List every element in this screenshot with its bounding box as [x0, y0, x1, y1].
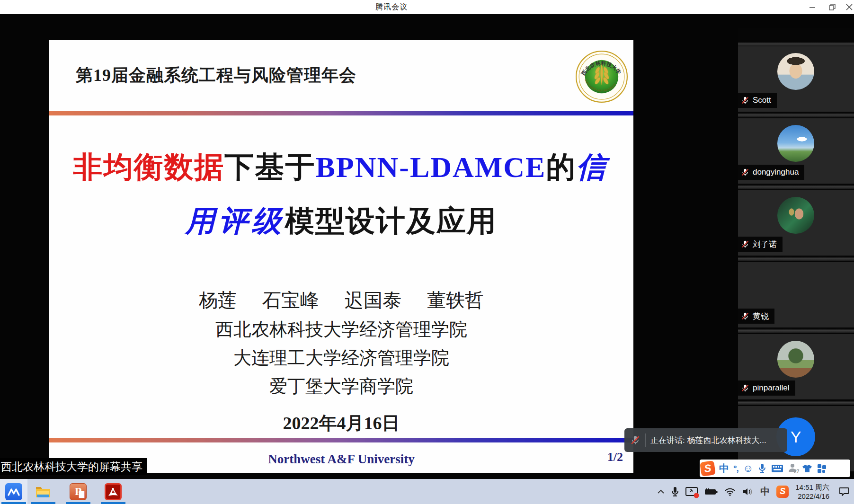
slide-divider-top [49, 111, 633, 115]
tile-separator [738, 256, 854, 261]
screen-share-banner: 西北农林科技大学的屏幕共享 [0, 458, 147, 475]
screen-share-label: 西北农林科技大学的屏幕共享 [1, 460, 142, 474]
title-segment: 的 [546, 151, 576, 183]
participant-tile-pinparallel[interactable]: pinparallel [738, 334, 854, 399]
sogou-logo-icon[interactable]: S [700, 460, 716, 477]
avatar [777, 197, 814, 234]
taskbar-app-tencent-meeting[interactable] [0, 479, 27, 504]
account-icon[interactable]: 27 [788, 463, 797, 474]
clock-date: 2022/4/16 [795, 492, 829, 501]
participant-tile-scott[interactable]: Scott [738, 46, 854, 112]
powerpoint-icon: P [70, 483, 87, 500]
participant-name-badge: pinparallel [738, 380, 795, 396]
avatar [777, 53, 814, 90]
mic-muted-icon [741, 96, 749, 105]
participant-name: Scott [753, 96, 771, 105]
participant-tile-liuzinuo[interactable]: 刘子诺 [738, 190, 854, 256]
mic-muted-icon [741, 384, 749, 392]
system-tray: 中 S 14:51 周六 2022/4/16 [657, 479, 854, 504]
author-name: 石宝峰 [262, 290, 319, 311]
participant-tile-dongyinghua[interactable]: dongyinghua [738, 118, 854, 184]
shared-screen-area: 第19届金融系统工程与风险管理年会 [0, 14, 854, 479]
adobe-reader-icon [105, 483, 122, 500]
windows-taskbar: P [0, 479, 854, 504]
clock-time: 14:51 周六 [795, 483, 829, 492]
close-button[interactable] [839, 0, 854, 14]
participant-name-badge: dongyinghua [738, 165, 804, 180]
skin-icon[interactable] [801, 464, 813, 473]
page-indicator: 1/2 [607, 450, 623, 464]
slide-title-line1: 非均衡数据下基于BPNN-LDAMCE的信 [49, 147, 633, 187]
university-logo: 西北农林科技大学 NORTHWEST A&F UNIVERSITY [576, 51, 628, 103]
author-name: 迟国泰 [345, 290, 401, 311]
authors-line: 杨莲 石宝峰 迟国泰 董轶哲 [49, 287, 633, 313]
title-segment: BPNN-LDAMCE [316, 151, 546, 183]
ime-indicator[interactable]: 中 [760, 479, 770, 504]
volume-tray-icon[interactable] [742, 479, 754, 504]
toast-divider [645, 433, 646, 447]
mic-muted-icon [630, 435, 640, 445]
tencent-meeting-window: 腾讯会议 第19届金融系统工程与风险管理年会 [0, 0, 854, 504]
author-name: 董轶哲 [427, 290, 484, 311]
sogou-tray-icon[interactable]: S [776, 479, 789, 504]
avatar [777, 341, 814, 378]
wifi-tray-icon[interactable] [724, 479, 736, 504]
mic-muted-icon [741, 168, 749, 177]
ime-toolbar: S 中 °, ☺ 27 [700, 460, 850, 477]
window-title: 腾讯会议 [0, 0, 783, 14]
affiliation-line: 大连理工大学经济管理学院 [49, 346, 633, 370]
affiliation-line: 爱丁堡大学商学院 [49, 374, 633, 398]
participant-name: 黄锐 [753, 311, 769, 322]
title-segment: 信 [576, 151, 609, 183]
taskbar-app-powerpoint[interactable]: P [64, 479, 92, 504]
mic-muted-icon [741, 312, 749, 320]
screen-record-tray-icon[interactable] [685, 479, 698, 504]
toast-text: 正在讲话: 杨莲西北农林科技大... [650, 435, 766, 446]
participant-name-badge: Scott [738, 93, 777, 108]
window-titlebar: 腾讯会议 [0, 0, 854, 14]
slide-title-line2: 用评级模型设计及应用 [49, 201, 633, 241]
battery-tray-icon[interactable] [704, 479, 718, 504]
punctuation-mode-icon[interactable]: °, [733, 463, 738, 474]
soft-keyboard-icon[interactable] [771, 464, 783, 473]
voice-input-icon[interactable] [757, 463, 767, 474]
tile-separator [738, 328, 854, 333]
file-explorer-icon [35, 483, 52, 500]
title-segment: 模型设计及应用 [285, 205, 497, 237]
tile-separator [738, 400, 854, 405]
participant-name: pinparallel [753, 383, 790, 393]
tile-separator [738, 113, 854, 117]
account-badge: 27 [794, 469, 799, 474]
participants-sidebar: Scott dongyinghua [738, 28, 854, 493]
author-name: 杨莲 [199, 290, 237, 311]
participant-name: dongyinghua [753, 168, 799, 177]
slide-divider-bottom [49, 438, 633, 442]
minimize-button[interactable] [802, 0, 823, 14]
conference-title: 第19届金融系统工程与风险管理年会 [76, 64, 356, 87]
participant-name: 刘子诺 [753, 239, 777, 250]
toolbox-icon[interactable] [817, 464, 827, 473]
tile-separator [738, 185, 854, 189]
title-segment: 下基于 [225, 151, 316, 183]
presentation-slide: 第19届金融系统工程与风险管理年会 [49, 40, 633, 473]
avatar [777, 125, 814, 162]
title-segment: 非均衡数据 [73, 151, 225, 183]
action-center-icon[interactable] [839, 479, 849, 504]
speaking-toast: 正在讲话: 杨莲西北农林科技大... [624, 428, 787, 452]
mic-muted-icon [741, 240, 749, 248]
taskbar-app-adobe-reader[interactable] [99, 479, 127, 504]
affiliation-line: 西北农林科技大学经济管理学院 [49, 318, 633, 342]
microphone-tray-icon[interactable] [671, 479, 679, 504]
taskbar-app-file-explorer[interactable] [29, 479, 57, 504]
hidden-icons-chevron[interactable] [657, 479, 665, 504]
chinese-mode-icon[interactable]: 中 [719, 462, 729, 475]
slide-date: 2022年4月16日 [49, 411, 633, 435]
avatar [777, 269, 814, 306]
taskbar-clock[interactable]: 14:51 周六 2022/4/16 [795, 483, 829, 501]
participant-name-badge: 黄锐 [738, 309, 774, 324]
title-segment: 用评级 [186, 205, 285, 237]
emoji-icon[interactable]: ☺ [743, 462, 753, 475]
participant-name-badge: 刘子诺 [738, 237, 783, 252]
tile-separator [738, 42, 854, 46]
participant-tile-huangrui[interactable]: 黄锐 [738, 262, 854, 327]
